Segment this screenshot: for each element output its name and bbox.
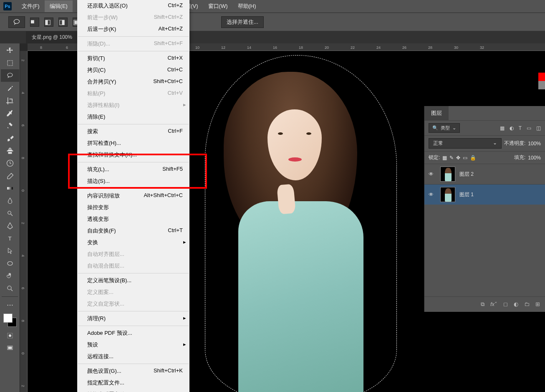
- adjustment-layer-icon[interactable]: ◐: [514, 301, 518, 308]
- opacity-value[interactable]: 100%: [528, 141, 541, 147]
- document-tab[interactable]: 女星.png @ 100%: [26, 31, 78, 43]
- subtract-selection-icon[interactable]: ◨: [58, 18, 68, 27]
- crop-tool[interactable]: [1, 94, 19, 107]
- menu-item-还原载入选区O[interactable]: 还原载入选区(O)Ctrl+Z: [77, 0, 189, 12]
- layer-mask-icon[interactable]: ◻: [503, 301, 508, 308]
- layer-fx-icon[interactable]: fx˅: [490, 301, 497, 308]
- opacity-label: 不透明度:: [504, 140, 525, 147]
- layer-name: 图层 1: [459, 191, 474, 198]
- menu-item-描边S[interactable]: 描边(S)...: [77, 175, 189, 187]
- menu-item-远程连接[interactable]: 远程连接...: [77, 351, 189, 362]
- healing-brush-tool[interactable]: [1, 119, 19, 132]
- lasso-tool[interactable]: [1, 69, 19, 82]
- menu-item-转换为配置文件V[interactable]: 转换为配置文件(V)...: [77, 389, 189, 392]
- visibility-icon[interactable]: 👁: [429, 171, 436, 177]
- menu-item-操控变形[interactable]: 操控变形: [77, 202, 189, 213]
- menu-item-清除E[interactable]: 清除(E): [77, 111, 189, 123]
- color-swatches[interactable]: [3, 314, 17, 327]
- quick-mask-icon[interactable]: [1, 329, 19, 342]
- menu-文件(F)[interactable]: 文件(F): [17, 0, 45, 12]
- lock-artboard-icon[interactable]: ▭: [463, 155, 467, 161]
- svg-rect-1: [7, 187, 13, 190]
- menu-item-指定配置文件[interactable]: 指定配置文件...: [77, 377, 189, 389]
- add-selection-icon[interactable]: ◧: [44, 18, 53, 27]
- svg-rect-0: [8, 61, 13, 66]
- history-brush-tool[interactable]: [1, 157, 19, 169]
- dodge-tool[interactable]: [1, 207, 19, 220]
- menu-item-前进一步W: 前进一步(W)Shift+Ctrl+Z: [77, 12, 189, 23]
- menu-item-清理R[interactable]: 清理(R): [77, 313, 189, 324]
- zoom-tool[interactable]: [1, 282, 19, 295]
- menu-item-Adobe-PDF-预设[interactable]: Adobe PDF 预设...: [77, 327, 189, 339]
- filter-shape-icon[interactable]: ▭: [527, 125, 531, 131]
- filter-adjust-icon[interactable]: ◐: [510, 125, 514, 131]
- filter-smart-icon[interactable]: ◫: [536, 125, 541, 131]
- link-layers-icon[interactable]: ⧉: [481, 301, 484, 308]
- menu-帮助(H)[interactable]: 帮助(H): [233, 0, 261, 12]
- lock-pixels-icon[interactable]: ▦: [442, 155, 447, 161]
- menu-item-粘贴P: 粘贴(P)Ctrl+V: [77, 88, 189, 99]
- menu-item-拷贝C[interactable]: 拷贝(C)Ctrl+C: [77, 64, 189, 76]
- menu-item-定义自定形状: 定义自定形状...: [77, 298, 189, 310]
- path-selection-tool[interactable]: [1, 245, 19, 257]
- eraser-tool[interactable]: [1, 169, 19, 182]
- type-tool[interactable]: T: [1, 232, 19, 245]
- lock-all-icon[interactable]: 🔒: [470, 155, 476, 161]
- magic-wand-tool[interactable]: [1, 82, 19, 94]
- lock-brush-icon[interactable]: ✎: [449, 155, 454, 161]
- menu-item-填充L[interactable]: 填充(L)...Shift+F5: [77, 164, 189, 175]
- brush-tool[interactable]: [1, 132, 19, 144]
- menu-item-变换[interactable]: 变换: [77, 237, 189, 248]
- move-tool[interactable]: [1, 44, 19, 57]
- layer-row[interactable]: 👁图层 2: [424, 164, 545, 184]
- menu-item-自动对齐图层: 自动对齐图层...: [77, 248, 189, 260]
- menu-item-后退一步K[interactable]: 后退一步(K)Alt+Ctrl+Z: [77, 23, 189, 35]
- layers-tab[interactable]: 图层: [424, 106, 449, 120]
- blur-tool[interactable]: [1, 195, 19, 207]
- eyedropper-tool[interactable]: [1, 107, 19, 119]
- menu-item-颜色设置G[interactable]: 颜色设置(G)...Shift+Ctrl+K: [77, 365, 189, 377]
- menu-item-定义图案: 定义图案...: [77, 286, 189, 298]
- tools-panel: T ⋯: [0, 43, 20, 392]
- menu-item-搜索[interactable]: 搜索Ctrl+F: [77, 126, 189, 137]
- ruler-vertical: 24680246802: [20, 51, 28, 392]
- menu-窗口(W)[interactable]: 窗口(W): [203, 0, 233, 12]
- menu-item-透视变形[interactable]: 透视变形: [77, 213, 189, 225]
- new-selection-icon[interactable]: ■: [30, 18, 39, 27]
- select-and-mask-button[interactable]: 选择并遮住...: [221, 16, 264, 28]
- fill-value[interactable]: 100%: [528, 155, 541, 161]
- screen-mode-icon[interactable]: [1, 342, 19, 354]
- layer-thumbnail[interactable]: [440, 187, 455, 202]
- clone-stamp-tool[interactable]: [1, 144, 19, 157]
- marquee-tool[interactable]: [1, 57, 19, 69]
- menu-item-自由变换F[interactable]: 自由变换(F)Ctrl+T: [77, 225, 189, 237]
- menu-item-预设[interactable]: 预设: [77, 339, 189, 351]
- lock-position-icon[interactable]: ✥: [456, 155, 460, 161]
- menu-item-定义画笔预设B[interactable]: 定义画笔预设(B)...: [77, 275, 189, 286]
- layer-filter-type[interactable]: 🔍类型 ⌄: [429, 123, 460, 133]
- new-layer-icon[interactable]: ⊞: [535, 301, 540, 308]
- rectangle-tool[interactable]: [1, 257, 19, 270]
- layers-panel: 图层 🔍类型 ⌄ ▦ ◐ T ▭ ◫ 正常 ⌄ 不透明度: 100% 锁定: ▦…: [424, 106, 545, 312]
- menu-item-拼写检查H[interactable]: 拼写检查(H)...: [77, 137, 189, 149]
- svg-point-4: [8, 262, 13, 266]
- layer-group-icon[interactable]: 🗀: [524, 301, 530, 308]
- menu-item-查找和替换文本X[interactable]: 查找和替换文本(X)...: [77, 149, 189, 161]
- menu-item-合并拷贝Y[interactable]: 合并拷贝(Y)Shift+Ctrl+C: [77, 76, 189, 88]
- pen-tool[interactable]: [1, 220, 19, 232]
- visibility-icon[interactable]: 👁: [429, 192, 436, 197]
- hand-tool[interactable]: [1, 270, 19, 282]
- gradient-tool[interactable]: [1, 182, 19, 195]
- menu-编辑(E)[interactable]: 编辑(E): [45, 0, 73, 12]
- filter-pixel-icon[interactable]: ▦: [500, 125, 505, 131]
- layer-row[interactable]: 👁图层 1: [424, 184, 545, 205]
- lasso-tool-preset[interactable]: [8, 16, 25, 28]
- foreground-color[interactable]: [3, 314, 13, 323]
- edit-toolbar[interactable]: ⋯: [1, 298, 19, 311]
- filter-type-icon[interactable]: T: [519, 125, 522, 131]
- layer-thumbnail[interactable]: [440, 167, 455, 182]
- blend-mode-select[interactable]: 正常 ⌄: [429, 138, 502, 149]
- menu-item-剪切T[interactable]: 剪切(T)Ctrl+X: [77, 53, 189, 64]
- svg-point-5: [8, 286, 11, 290]
- menu-item-内容识别缩放[interactable]: 内容识别缩放Alt+Shift+Ctrl+C: [77, 190, 189, 202]
